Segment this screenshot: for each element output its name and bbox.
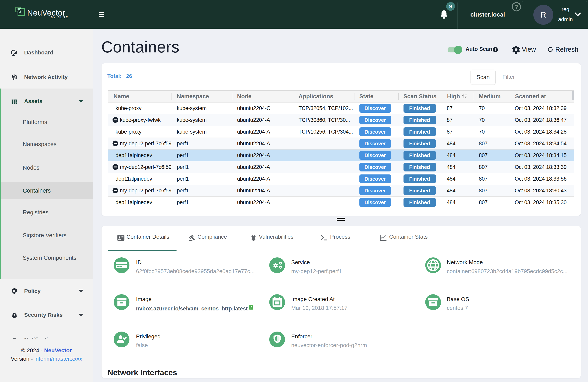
svg-text:?: ? <box>515 4 518 10</box>
